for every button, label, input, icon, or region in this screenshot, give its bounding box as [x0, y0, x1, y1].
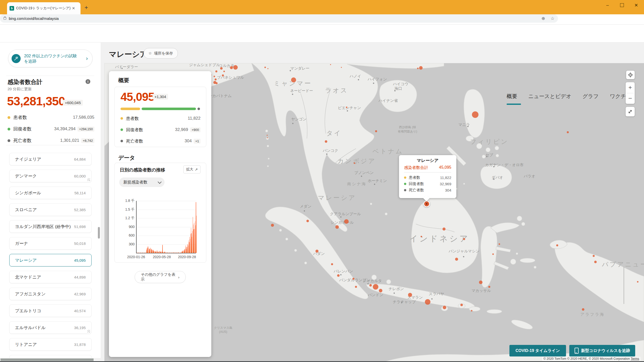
country-list-item[interactable]: シンガポール58,114 [9, 187, 92, 199]
case-cluster-dot[interactable] [354, 162, 355, 164]
window-close-button[interactable]: ✕ [631, 3, 641, 8]
zoom-out-button[interactable]: − [628, 93, 632, 104]
locate-button[interactable] [626, 71, 635, 79]
totals-info-icon[interactable]: i [86, 79, 90, 84]
covid-timeline-button[interactable]: COVID-19 タイムライン [509, 345, 566, 356]
fullscreen-button[interactable] [626, 107, 635, 116]
case-cluster-dot[interactable] [267, 137, 268, 138]
syringe-icon [12, 54, 21, 63]
case-cluster-dot[interactable] [421, 236, 422, 237]
case-cluster-dot[interactable] [355, 286, 357, 288]
case-cluster-dot[interactable] [330, 64, 331, 65]
case-cluster-dot[interactable] [216, 82, 218, 84]
case-cluster-dot[interactable] [408, 293, 412, 297]
terms-link[interactable]: Terms [631, 357, 639, 360]
case-cluster-dot[interactable] [267, 68, 268, 69]
case-cluster-dot[interactable] [271, 224, 274, 227]
zoom-page-icon[interactable]: ⊕ [542, 16, 545, 21]
country-list-item[interactable]: 北マケドニア44,898 [9, 271, 92, 283]
case-cluster-dot[interactable] [442, 228, 446, 231]
country-list-item[interactable]: ヨルダン川西岸地区 (紛争中)51,698 [9, 220, 92, 233]
country-list-item[interactable] [9, 355, 92, 358]
case-cluster-dot[interactable] [425, 299, 430, 305]
case-cluster-dot[interactable] [306, 220, 309, 222]
tab-overview[interactable]: 概要 [507, 93, 517, 105]
country-list-item[interactable]: プエルトリコ40,574 [9, 304, 92, 317]
case-cluster-dot[interactable] [417, 68, 419, 69]
bookmark-star-icon[interactable]: ☆ [551, 16, 554, 21]
case-cluster-dot[interactable] [379, 289, 382, 292]
case-cluster-dot[interactable] [223, 71, 225, 72]
country-list-item[interactable]: デンマーク60,000 [9, 170, 92, 182]
country-list-item[interactable]: スロベニア52,385 [9, 203, 92, 216]
case-cluster-dot[interactable] [582, 308, 584, 311]
case-cluster-dot[interactable] [315, 250, 318, 253]
case-cluster-dot[interactable] [264, 67, 266, 68]
case-cluster-dot[interactable] [479, 281, 482, 284]
vaccine-trials-banner[interactable]: 202 件以上のワクチンの試験 を追跡 › [8, 50, 93, 67]
case-cluster-dot[interactable] [594, 261, 597, 263]
case-cluster-dot[interactable] [455, 258, 458, 261]
tab-graphs[interactable]: グラフ [583, 93, 599, 105]
save-location-button[interactable]: ☆ 場所を保存 [144, 48, 178, 59]
new-tab-button[interactable]: + [85, 5, 88, 11]
case-cluster-dot[interactable] [341, 67, 342, 68]
case-cluster-dot[interactable] [325, 140, 327, 143]
case-cluster-dot[interactable] [352, 278, 354, 280]
zoom-in-button[interactable]: + [628, 82, 632, 93]
url-bar[interactable]: bing.com/covid/local/malaysia ⊕ ☆ [0, 14, 558, 23]
case-cluster-dot[interactable] [419, 66, 423, 70]
case-cluster-dot[interactable] [472, 111, 478, 118]
case-cluster-dot[interactable] [369, 284, 372, 287]
case-cluster-dot[interactable] [346, 107, 347, 108]
case-cluster-dot[interactable] [335, 225, 339, 229]
case-cluster-dot[interactable] [344, 219, 349, 224]
tab-news[interactable]: ニュースとビデオ [528, 93, 571, 105]
case-cluster-dot[interactable] [443, 306, 446, 309]
case-cluster-dot[interactable] [463, 238, 465, 240]
case-cluster-dot[interactable] [222, 74, 224, 76]
case-cluster-dot[interactable] [337, 274, 340, 277]
totals-heading: 感染者数合計 [8, 78, 42, 86]
case-cluster-dot[interactable] [214, 76, 215, 77]
case-cluster-dot[interactable] [460, 304, 463, 306]
window-minimize-button[interactable]: – [602, 3, 613, 8]
case-cluster-dot[interactable] [233, 65, 238, 70]
country-list-item[interactable]: エルサルバドル36,195 [9, 321, 92, 334]
country-list-item[interactable]: ガーナ50,018 [9, 237, 92, 250]
case-cluster-dot[interactable] [637, 281, 638, 283]
browser-tab[interactable]: b COVID-19トラッカー(マレーシア)：新… ✕ [7, 2, 80, 14]
more-charts-button[interactable]: その他のグラフを表示› [135, 271, 186, 283]
tab-close-icon[interactable]: ✕ [72, 6, 75, 11]
case-cluster-dot[interactable] [471, 310, 472, 311]
case-cluster-dot[interactable] [220, 67, 223, 70]
expand-chart-button[interactable]: 拡大↗ [183, 165, 200, 173]
case-cluster-dot[interactable] [556, 244, 558, 246]
case-cluster-dot[interactable] [593, 255, 595, 257]
case-cluster-dot[interactable] [488, 286, 490, 288]
case-cluster-dot[interactable] [215, 70, 217, 72]
horizontal-scrollbar-thumb[interactable] [1, 358, 94, 361]
stat-value: 11,822 [440, 175, 451, 180]
case-cluster-dot[interactable] [499, 243, 500, 245]
case-cluster-dot[interactable] [373, 284, 378, 290]
case-cluster-dot[interactable] [267, 135, 268, 136]
selected-location-marker[interactable] [423, 201, 430, 207]
country-list-item[interactable]: リトアニア31,878 [9, 338, 92, 351]
track-covid-button[interactable]: 新型コロナウィルスを追跡 [569, 345, 635, 356]
country-list-item-selected[interactable]: マレーシア45,095 [9, 254, 92, 266]
case-cluster-dot[interactable] [375, 130, 377, 132]
stat-label: 死亡者数 [126, 138, 143, 144]
case-cluster-dot[interactable] [291, 77, 296, 82]
stat-value: 11,822 [188, 116, 200, 121]
country-list-scrollbar[interactable] [98, 227, 100, 239]
url-text[interactable]: bing.com/covid/local/malaysia [9, 16, 59, 21]
country-list-item[interactable]: アフガニスタン42,969 [9, 288, 92, 300]
metric-dropdown[interactable]: 新規感染者数 [119, 177, 165, 187]
case-cluster-dot[interactable] [230, 66, 233, 69]
case-cluster-dot[interactable] [567, 131, 569, 133]
case-cluster-dot[interactable] [215, 78, 217, 80]
case-cluster-dot[interactable] [331, 263, 333, 265]
country-list-item[interactable]: ナイジェリア64,884 [9, 153, 92, 165]
case-cluster-dot[interactable] [492, 253, 494, 255]
